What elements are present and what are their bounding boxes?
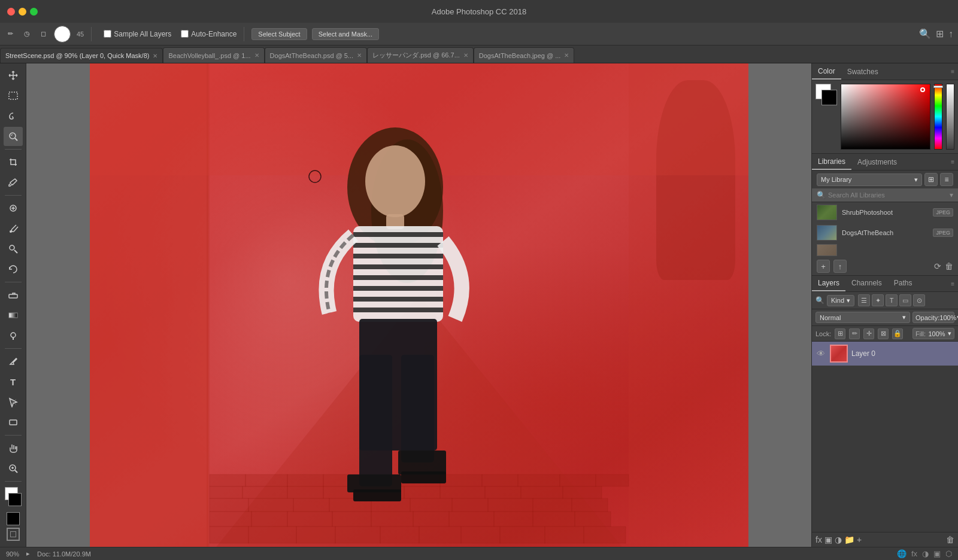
opacity-spectrum-slider[interactable] xyxy=(946,84,954,150)
tool-crop[interactable] xyxy=(4,153,23,172)
lock-artboard[interactable]: ⊠ xyxy=(878,328,889,339)
canvas-area[interactable] xyxy=(26,63,811,547)
select-subject-button[interactable]: Select Subject xyxy=(251,28,307,40)
tool-pen[interactable] xyxy=(4,352,23,371)
filter-pixel-icon[interactable]: ☰ xyxy=(858,294,870,306)
library-selector[interactable]: My Library ▾ xyxy=(817,174,922,186)
lock-move[interactable]: ✛ xyxy=(863,328,874,339)
opacity-control[interactable]: Opacity: 100% ▾ xyxy=(912,312,954,323)
tab-adjustments[interactable]: Adjustments xyxy=(851,154,903,170)
filter-smart-icon[interactable]: ⊙ xyxy=(913,294,925,306)
minimize-button[interactable] xyxy=(19,8,26,16)
layers-panel-collapse[interactable]: ≡ xyxy=(947,276,958,291)
library-sync-icon[interactable]: ⟳ xyxy=(934,261,941,271)
view-options-icon[interactable]: ⊞ xyxy=(936,28,944,39)
blend-mode-selector[interactable]: Normal ▾ xyxy=(815,312,910,323)
tab-beach-volleyball[interactable]: BeachVolleyball_.psd @ 1... ✕ xyxy=(163,47,264,63)
tab-layers[interactable]: Layers xyxy=(812,276,845,291)
tab-close-5[interactable]: ✕ xyxy=(564,52,569,59)
tool-zoom[interactable] xyxy=(4,459,23,478)
tool-shape[interactable] xyxy=(4,413,23,432)
tab-channels[interactable]: Channels xyxy=(845,276,888,291)
filter-kind-selector[interactable]: Kind ▾ xyxy=(827,295,854,306)
tool-hand[interactable] xyxy=(4,439,23,458)
tab-dogs-beach[interactable]: DogsAtTheBeach.psd @ 5... ✕ xyxy=(265,47,368,63)
tab-dogs-jpeg[interactable]: DogsAtTheBeach.jpeg @ ... ✕ xyxy=(474,47,575,63)
tab-libraries[interactable]: Libraries xyxy=(812,154,851,170)
library-upload-button[interactable]: ↑ xyxy=(833,260,847,273)
layer-visibility-0[interactable]: 👁 xyxy=(815,348,826,359)
library-delete-icon[interactable]: 🗑 xyxy=(945,261,953,271)
brush-options-button[interactable]: ◷ xyxy=(21,28,33,39)
quick-mask-mode[interactable] xyxy=(7,512,20,525)
library-add-button[interactable]: + xyxy=(817,260,830,273)
library-search-input[interactable] xyxy=(828,191,947,199)
tab-close-3[interactable]: ✕ xyxy=(357,52,362,59)
tab-color[interactable]: Color xyxy=(812,63,841,80)
tab-lesser-panda[interactable]: レッサーパンダ.psd @ 66.7... ✕ xyxy=(367,47,474,63)
maximize-button[interactable] xyxy=(30,8,38,16)
erase-options-button[interactable]: ◻ xyxy=(38,28,49,39)
library-item-extra[interactable] xyxy=(812,243,958,257)
fg-bg-swatches[interactable] xyxy=(815,84,837,105)
layer-item-0[interactable]: 👁 Layer 0 xyxy=(812,342,958,366)
tool-lasso[interactable] xyxy=(4,106,23,126)
auto-enhance-checkbox[interactable] xyxy=(181,30,189,38)
background-color[interactable] xyxy=(8,493,22,506)
layer-fx-icon[interactable]: fx xyxy=(815,535,822,544)
color-handle[interactable] xyxy=(920,87,925,92)
lock-all[interactable]: 🔒 xyxy=(892,328,903,339)
tool-select-rect[interactable] xyxy=(4,86,23,105)
library-item-dogs[interactable]: DogsAtTheBeach JPEG xyxy=(812,223,958,243)
tool-dodge[interactable] xyxy=(4,326,23,345)
tab-paths[interactable]: Paths xyxy=(888,276,918,291)
color-panel-collapse[interactable]: ≡ xyxy=(947,68,958,75)
tool-eyedropper[interactable] xyxy=(4,173,23,192)
fill-control[interactable]: Fill: 100% ▾ xyxy=(912,328,954,339)
layer-delete-icon[interactable]: 🗑 xyxy=(946,535,954,544)
layer-mask-icon[interactable]: ▣ xyxy=(824,535,832,544)
library-list-view[interactable]: ≡ xyxy=(940,173,953,186)
foreground-background-color[interactable] xyxy=(4,487,23,506)
tool-clone-stamp[interactable] xyxy=(4,239,23,258)
color-spectrum[interactable] xyxy=(841,84,930,150)
tool-type[interactable]: T xyxy=(4,372,23,391)
search-icon[interactable]: 🔍 xyxy=(919,28,931,39)
tool-quick-select[interactable] xyxy=(4,127,23,146)
brush-preview[interactable] xyxy=(54,26,71,42)
select-and-mask-button[interactable]: Select and Mask... xyxy=(312,28,380,40)
library-item-shrub[interactable]: ShrubPhotoshoot JPEG xyxy=(812,202,958,223)
tab-street-scene[interactable]: StreetScene.psd @ 90% (Layer 0, Quick Ma… xyxy=(0,48,163,63)
screen-mode-button[interactable] xyxy=(7,528,20,541)
search-options-icon[interactable]: ▾ xyxy=(950,191,953,199)
hue-handle[interactable] xyxy=(933,86,943,88)
tool-eraser[interactable] xyxy=(4,285,23,305)
tab-close-1[interactable]: ✕ xyxy=(153,53,157,59)
sample-all-layers-checkbox[interactable] xyxy=(104,30,111,38)
document-canvas[interactable] xyxy=(90,63,748,547)
close-button[interactable] xyxy=(7,8,15,16)
share-icon[interactable]: ↑ xyxy=(948,29,953,39)
tool-brush[interactable] xyxy=(4,219,23,238)
layer-add-icon[interactable]: + xyxy=(857,535,862,544)
tool-history-brush[interactable] xyxy=(4,260,23,279)
lock-brush[interactable]: ✏ xyxy=(849,328,860,339)
brush-tool-button[interactable]: ✏ xyxy=(5,28,16,39)
background-swatch[interactable] xyxy=(821,90,837,105)
fill-stepper-icon[interactable]: ▾ xyxy=(948,330,951,337)
lock-checkerboard[interactable]: ⊞ xyxy=(835,328,845,339)
libraries-panel-collapse[interactable]: ≡ xyxy=(947,159,958,165)
hue-slider[interactable] xyxy=(934,84,942,150)
filter-type-icon[interactable]: T xyxy=(886,294,898,306)
tool-move[interactable] xyxy=(4,66,23,85)
filter-shape-icon[interactable]: ▭ xyxy=(899,294,911,306)
layer-group-icon[interactable]: 📁 xyxy=(844,535,854,544)
layers-list[interactable]: 👁 Layer 0 xyxy=(812,342,958,532)
tool-healing[interactable] xyxy=(4,199,23,218)
layer-adjustment-icon[interactable]: ◑ xyxy=(835,535,842,544)
tab-close-2[interactable]: ✕ xyxy=(254,52,259,59)
tool-path-select[interactable] xyxy=(4,392,23,412)
filter-adjust-icon[interactable]: ✦ xyxy=(872,294,884,306)
tool-gradient[interactable] xyxy=(4,306,23,325)
tab-swatches[interactable]: Swatches xyxy=(841,63,884,80)
